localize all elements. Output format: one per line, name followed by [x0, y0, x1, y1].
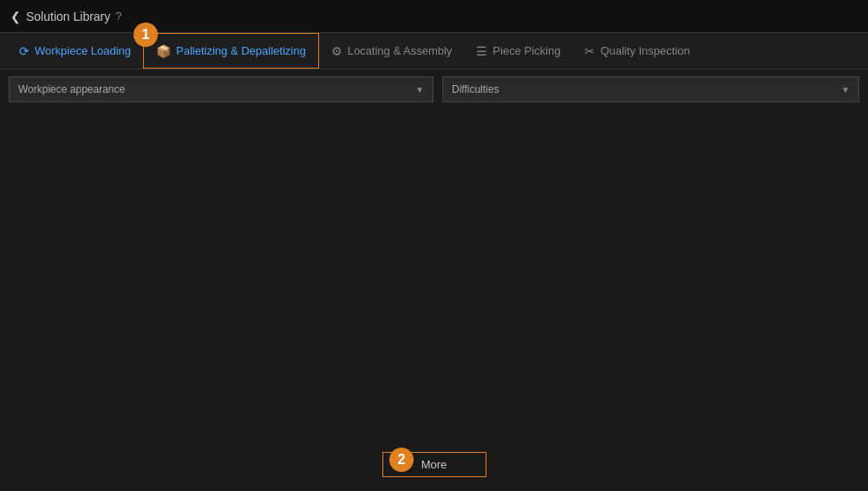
header: ❮ Solution Library ?	[0, 0, 868, 33]
tab-piece-picking-label: Piece Picking	[493, 44, 560, 57]
palletizing-icon: 📦	[156, 44, 171, 58]
filter-bar: Workpiece appearance ▼ Difficulties ▼	[0, 69, 868, 109]
more-button-area: More	[0, 442, 868, 491]
main-content: More	[0, 109, 868, 491]
workpiece-icon: ⟳	[19, 44, 29, 58]
locating-icon: ⚙	[331, 44, 343, 58]
badge-1: 1	[134, 23, 158, 47]
tab-workpiece-loading-label: Workpiece Loading	[35, 44, 131, 57]
tab-bar: ⟳ Workpiece Loading 📦 Palletizing & Depa…	[0, 33, 868, 69]
difficulties-filter-label: Difficulties	[452, 83, 499, 95]
piece-picking-icon: ☰	[476, 44, 487, 58]
workpiece-filter-arrow: ▼	[415, 85, 424, 95]
help-icon[interactable]: ?	[115, 10, 121, 23]
tab-palletizing-depalletizing[interactable]: 📦 Palletizing & Depalletizing	[143, 33, 319, 69]
workpiece-filter-label: Workpiece appearance	[18, 83, 125, 95]
workpiece-filter[interactable]: Workpiece appearance ▼	[9, 76, 434, 102]
tab-workpiece-loading[interactable]: ⟳ Workpiece Loading	[7, 33, 143, 69]
page-title: Solution Library	[26, 10, 110, 23]
back-button[interactable]: ❮	[10, 10, 21, 23]
difficulties-filter[interactable]: Difficulties ▼	[442, 76, 859, 102]
tab-quality-label: Quality Inspection	[600, 44, 689, 57]
difficulties-filter-arrow: ▼	[841, 85, 850, 95]
tab-piece-picking[interactable]: ☰ Piece Picking	[464, 33, 572, 69]
tab-locating-label: Locating & Assembly	[348, 44, 453, 57]
tab-palletizing-label: Palletizing & Depalletizing	[176, 44, 306, 57]
tab-locating-assembly[interactable]: ⚙ Locating & Assembly	[319, 33, 465, 69]
quality-icon: ✂	[584, 44, 595, 58]
badge-2: 2	[389, 448, 414, 472]
tab-quality-inspection[interactable]: ✂ Quality Inspection	[572, 33, 702, 69]
